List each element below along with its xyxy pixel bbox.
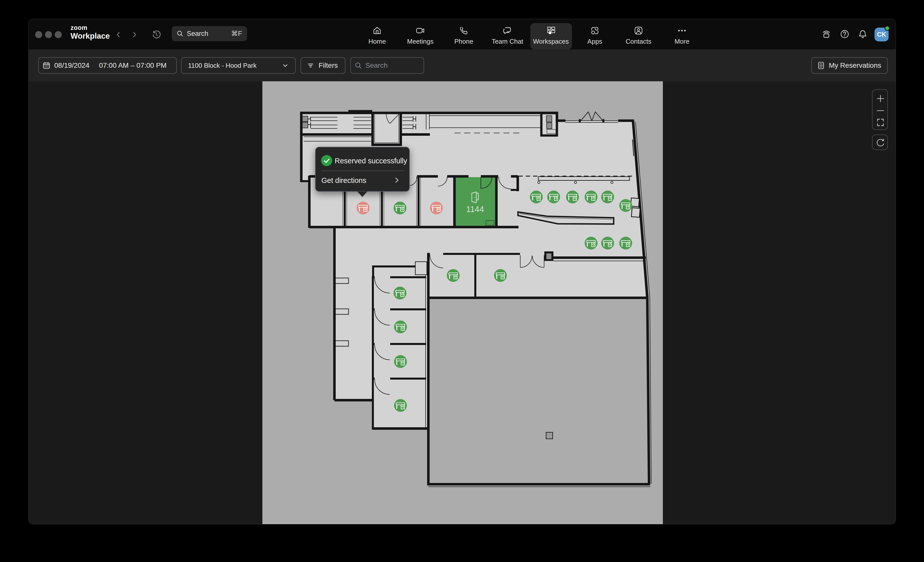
svg-text:1144: 1144: [466, 205, 484, 214]
